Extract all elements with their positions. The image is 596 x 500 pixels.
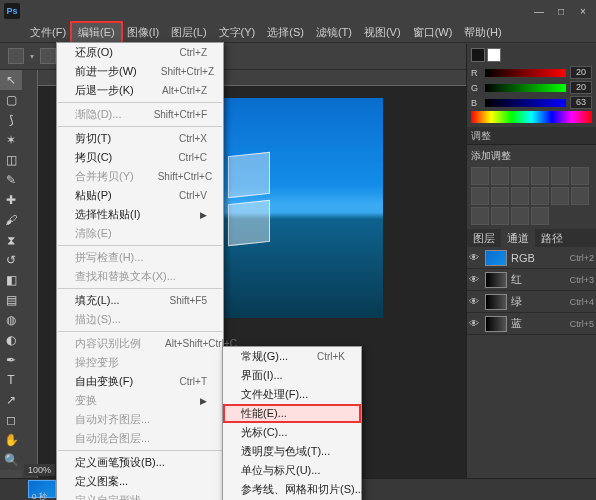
option-icon[interactable] [40,48,56,64]
adjustments-tab[interactable]: 调整 [467,127,596,145]
r-value[interactable]: 20 [570,66,592,79]
prefs-menu-item[interactable]: 常规(G)...Ctrl+K [223,347,361,366]
eyedropper-tool-icon[interactable]: ✎ [0,170,22,190]
adjustment-icon[interactable] [511,167,529,185]
visibility-icon[interactable]: 👁 [469,318,481,330]
blur-tool-icon[interactable]: ◍ [0,310,22,330]
menu-select[interactable]: 选择(S) [261,23,310,42]
edit-menu: 还原(O)Ctrl+Z前进一步(W)Shift+Ctrl+Z后退一步(K)Alt… [56,42,224,500]
adjustment-icon[interactable] [551,187,569,205]
heal-tool-icon[interactable]: ✚ [0,190,22,210]
menu-layer[interactable]: 图层(L) [165,23,212,42]
edit-menu-item[interactable]: 定义图案... [57,472,223,491]
app-logo: Ps [4,3,20,19]
channel-row[interactable]: 👁红Ctrl+3 [467,269,596,291]
foreground-swatch[interactable] [471,48,485,62]
prefs-menu-item[interactable]: 界面(I)... [223,366,361,385]
visibility-icon[interactable]: 👁 [469,296,481,308]
adjustment-icon[interactable] [531,187,549,205]
adjustment-icon[interactable] [491,167,509,185]
prefs-menu-item[interactable]: 透明度与色域(T)... [223,442,361,461]
panel-tab[interactable]: 路径 [535,229,569,247]
menu-filter[interactable]: 滤镜(T) [310,23,358,42]
stamp-tool-icon[interactable]: ⧗ [0,230,22,250]
menu-image[interactable]: 图像(I) [121,23,165,42]
marquee-tool-icon[interactable]: ▢ [0,90,22,110]
edit-menu-item: 内容识别比例Alt+Shift+Ctrl+C [57,334,223,353]
panel-tab[interactable]: 通道 [501,229,535,247]
prefs-menu-item[interactable]: 文件处理(F)... [223,385,361,404]
r-slider[interactable] [485,69,566,77]
channel-name: 红 [511,272,522,287]
edit-menu-item: 拼写检查(H)... [57,248,223,267]
adjustment-icon[interactable] [471,207,489,225]
adjustment-icon[interactable] [511,187,529,205]
menu-help[interactable]: 帮助(H) [458,23,507,42]
edit-menu-item[interactable]: 前进一步(W)Shift+Ctrl+Z [57,62,223,81]
edit-menu-item[interactable]: 拷贝(C)Ctrl+C [57,148,223,167]
edit-menu-item[interactable]: 粘贴(P)Ctrl+V [57,186,223,205]
channel-row[interactable]: 👁RGBCtrl+2 [467,247,596,269]
edit-menu-item[interactable]: 剪切(T)Ctrl+X [57,129,223,148]
g-value[interactable]: 20 [570,81,592,94]
wand-tool-icon[interactable]: ✶ [0,130,22,150]
channel-row[interactable]: 👁绿Ctrl+4 [467,291,596,313]
pen-tool-icon[interactable]: ✒ [0,350,22,370]
path-tool-icon[interactable]: ↗ [0,390,22,410]
eraser-tool-icon[interactable]: ◧ [0,270,22,290]
edit-menu-item[interactable]: 填充(L)...Shift+F5 [57,291,223,310]
adjustment-icon[interactable] [471,167,489,185]
hue-ramp[interactable] [471,111,592,123]
zoom-tool-icon[interactable]: 🔍 [0,450,22,470]
adjustment-icon[interactable] [471,187,489,205]
dodge-tool-icon[interactable]: ◐ [0,330,22,350]
g-slider[interactable] [485,84,566,92]
shape-tool-icon[interactable]: ◻ [0,410,22,430]
crop-tool-icon[interactable]: ◫ [0,150,22,170]
adjustment-icon[interactable] [531,167,549,185]
channel-thumbnail [485,294,507,310]
history-brush-icon[interactable]: ↺ [0,250,22,270]
edit-menu-item[interactable]: 后退一步(K)Alt+Ctrl+Z [57,81,223,100]
zoom-level[interactable]: 100% [24,464,55,476]
adjustment-icon[interactable] [491,207,509,225]
menu-edit[interactable]: 编辑(E) [72,23,121,42]
menu-type[interactable]: 文字(Y) [213,23,262,42]
tool-preset-icon[interactable] [8,48,24,64]
maximize-button[interactable]: □ [552,4,570,18]
background-swatch[interactable] [487,48,501,62]
prefs-menu-item[interactable]: 性能(E)... [223,404,361,423]
menu-file[interactable]: 文件(F) [24,23,72,42]
adjustment-icon[interactable] [571,167,589,185]
gradient-tool-icon[interactable]: ▤ [0,290,22,310]
visibility-icon[interactable]: 👁 [469,274,481,286]
move-tool-icon[interactable]: ↖ [0,70,22,90]
menu-view[interactable]: 视图(V) [358,23,407,42]
visibility-icon[interactable]: 👁 [469,252,481,264]
hand-tool-icon[interactable]: ✋ [0,430,22,450]
adjustment-icon[interactable] [511,207,529,225]
title-bar: Ps — □ × [0,0,596,22]
b-value[interactable]: 63 [570,96,592,109]
edit-menu-item[interactable]: 定义画笔预设(B)... [57,453,223,472]
close-button[interactable]: × [574,4,592,18]
lasso-tool-icon[interactable]: ⟆ [0,110,22,130]
adjustment-icon[interactable] [571,187,589,205]
prefs-menu-item[interactable]: 光标(C)... [223,423,361,442]
menu-window[interactable]: 窗口(W) [407,23,459,42]
adjustment-icon[interactable] [491,187,509,205]
edit-menu-item[interactable]: 还原(O)Ctrl+Z [57,43,223,62]
brush-tool-icon[interactable]: 🖌 [0,210,22,230]
type-tool-icon[interactable]: T [0,370,22,390]
minimize-button[interactable]: — [530,4,548,18]
chevron-down-icon[interactable]: ▾ [30,52,34,61]
panel-tab[interactable]: 图层 [467,229,501,247]
channel-row[interactable]: 👁蓝Ctrl+5 [467,313,596,335]
prefs-menu-item[interactable]: 参考线、网格和切片(S)... [223,480,361,499]
adjustment-icon[interactable] [531,207,549,225]
adjustment-icon[interactable] [551,167,569,185]
b-slider[interactable] [485,99,566,107]
prefs-menu-item[interactable]: 单位与标尺(U)... [223,461,361,480]
edit-menu-item[interactable]: 自由变换(F)Ctrl+T [57,372,223,391]
edit-menu-item[interactable]: 选择性粘贴(I)▶ [57,205,223,224]
